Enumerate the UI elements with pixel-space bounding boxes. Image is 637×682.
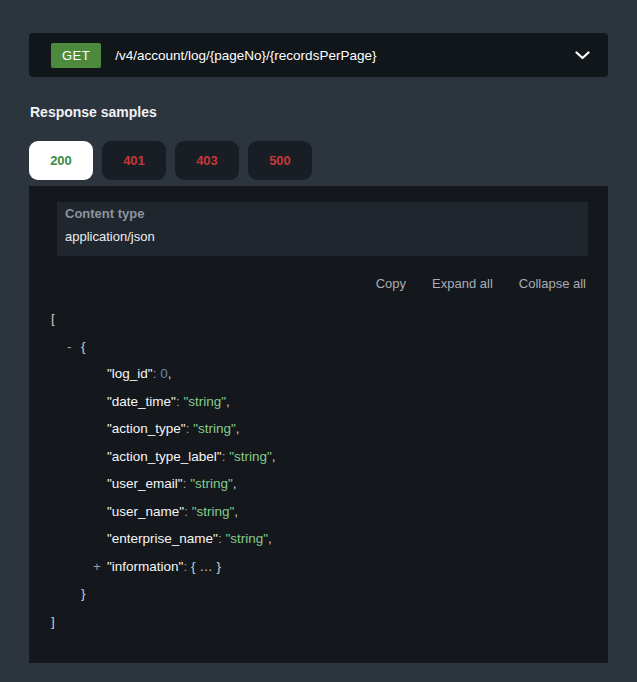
- collapse-node-icon[interactable]: -: [67, 333, 81, 361]
- response-sample-panel: Content type application/json Copy Expan…: [29, 186, 608, 663]
- json-row: -{: [51, 333, 588, 361]
- endpoint-bar[interactable]: GET /v4/account/log/{pageNo}/{recordsPer…: [29, 33, 608, 77]
- tab-403[interactable]: 403: [175, 141, 239, 180]
- sample-actions: Copy Expand all Collapse all: [51, 276, 586, 291]
- json-row: +"information": { … }: [51, 553, 588, 581]
- json-row: "user_name": "string",: [51, 498, 588, 526]
- json-comma: ,: [236, 421, 240, 436]
- http-method-badge: GET: [51, 43, 101, 68]
- expand-all-button[interactable]: Expand all: [432, 276, 493, 291]
- json-value: "string": [193, 421, 236, 436]
- json-comma: ,: [268, 531, 272, 546]
- content-type-label: Content type: [65, 206, 576, 221]
- json-key: "enterprise_name": [107, 531, 218, 546]
- content-type-select[interactable]: Content type application/json: [57, 202, 588, 256]
- json-row: }: [51, 580, 588, 608]
- json-row: "enterprise_name": "string",: [51, 525, 588, 553]
- json-colon: :: [183, 559, 191, 574]
- response-samples-heading: Response samples: [30, 104, 608, 120]
- json-row: ]: [51, 608, 588, 636]
- json-key: "action_type_label": [107, 449, 222, 464]
- json-key: "user_name": [107, 504, 184, 519]
- json-comma: ,: [226, 394, 230, 409]
- json-key: "date_time": [107, 394, 176, 409]
- json-key: "information": [107, 559, 183, 574]
- json-value: "string": [190, 476, 233, 491]
- json-sample-tree: [-{"log_id": 0,"date_time": "string","ac…: [51, 305, 588, 635]
- json-bracket: [: [51, 311, 55, 326]
- json-value: "string": [192, 504, 235, 519]
- json-bracket: ]: [51, 614, 55, 629]
- api-docs-page: GET /v4/account/log/{pageNo}/{recordsPer…: [0, 0, 637, 663]
- json-row: "user_email": "string",: [51, 470, 588, 498]
- collapse-all-button[interactable]: Collapse all: [519, 276, 586, 291]
- json-colon: :: [184, 504, 192, 519]
- json-value: "string": [183, 394, 226, 409]
- json-key: "log_id": [107, 366, 153, 381]
- endpoint-path: /v4/account/log/{pageNo}/{recordsPerPage…: [115, 48, 575, 63]
- json-bracket: }: [81, 586, 86, 601]
- json-row: [: [51, 305, 588, 333]
- tab-401[interactable]: 401: [102, 141, 166, 180]
- json-colon: :: [183, 476, 191, 491]
- chevron-down-icon[interactable]: [575, 51, 590, 60]
- status-code-tabs: 200 401 403 500: [29, 141, 608, 180]
- json-value: "string": [225, 531, 268, 546]
- json-key: "action_type": [107, 421, 186, 436]
- content-type-value: application/json: [65, 229, 576, 244]
- json-row: "log_id": 0,: [51, 360, 588, 388]
- json-comma: ,: [233, 476, 237, 491]
- json-row: "action_type": "string",: [51, 415, 588, 443]
- json-comma: ,: [272, 449, 276, 464]
- json-value: "string": [229, 449, 272, 464]
- json-value: 0: [160, 366, 168, 381]
- json-bracket: {: [81, 339, 86, 354]
- expand-node-icon[interactable]: +: [93, 553, 107, 581]
- json-colon: :: [153, 366, 161, 381]
- json-row: "action_type_label": "string",: [51, 443, 588, 471]
- tab-200[interactable]: 200: [29, 141, 93, 180]
- json-comma: ,: [234, 504, 238, 519]
- json-value: { … }: [191, 559, 221, 574]
- json-row: "date_time": "string",: [51, 388, 588, 416]
- json-comma: ,: [168, 366, 172, 381]
- tab-500[interactable]: 500: [248, 141, 312, 180]
- json-key: "user_email": [107, 476, 183, 491]
- copy-button[interactable]: Copy: [376, 276, 406, 291]
